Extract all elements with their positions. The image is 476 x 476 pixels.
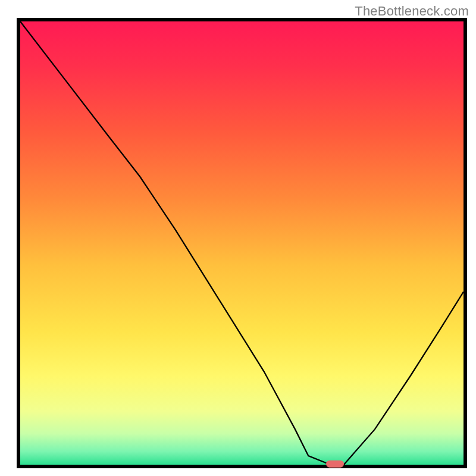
plot-frame bbox=[17, 18, 467, 468]
minimum-marker bbox=[326, 461, 344, 468]
bottleneck-curve bbox=[20, 21, 464, 465]
watermark-text: TheBottleneck.com bbox=[355, 4, 469, 19]
curve-plot bbox=[20, 21, 464, 465]
chart-container: TheBottleneck.com bbox=[0, 0, 476, 476]
